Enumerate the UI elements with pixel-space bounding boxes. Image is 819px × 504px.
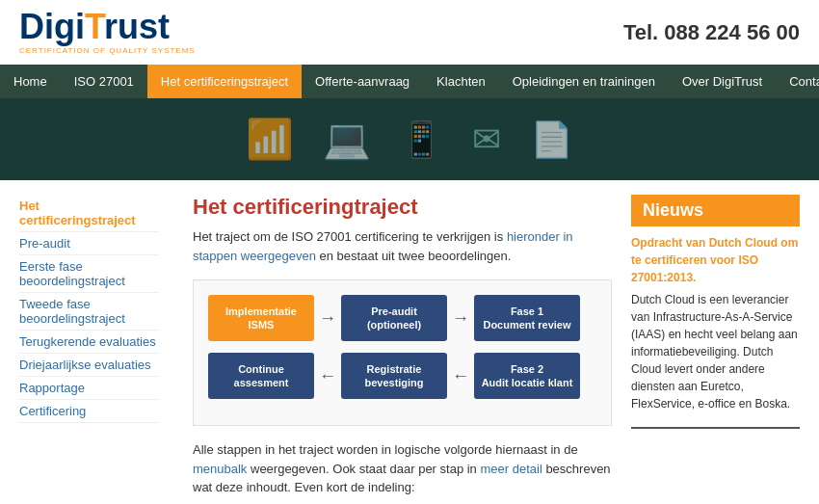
flow-box-fase2: Fase 2Audit locatie klant bbox=[474, 353, 580, 399]
file-icon: 📄 bbox=[530, 119, 573, 160]
logo-text: DigiTrust bbox=[19, 10, 196, 44]
logo-digi: Digi bbox=[19, 7, 85, 46]
main-nav: Home ISO 27001 Het certificeringstraject… bbox=[0, 65, 819, 98]
sidebar-item-driejaarlijkse[interactable]: Driejaarlijkse evaluaties bbox=[19, 354, 159, 377]
flow-box-pre-audit: Pre-audit(optioneel) bbox=[341, 295, 447, 341]
sidebar-item-tweede-fase[interactable]: Tweede fase beoordelingstraject bbox=[19, 293, 159, 331]
laptop-icon: 💻 bbox=[323, 117, 371, 162]
nav-over[interactable]: Over DigiTrust bbox=[669, 65, 776, 98]
wifi-icon: 📶 bbox=[246, 117, 294, 162]
nieuws-divider bbox=[631, 427, 800, 429]
nav-certificeringstraject[interactable]: Het certificeringstraject bbox=[147, 65, 302, 98]
main-layout: Het certificeringstraject Pre-audit Eers… bbox=[0, 180, 819, 504]
content-body: Alle stappen in het traject worden in lo… bbox=[193, 440, 612, 497]
arrow-3: ← bbox=[319, 366, 336, 386]
flow-row-1: ImplementatieISMS → Pre-audit(optioneel)… bbox=[208, 295, 596, 341]
nieuws-body: Dutch Cloud is een leverancier van Infra… bbox=[631, 291, 800, 412]
nieuws-title: Opdracht van Dutch Cloud om te certifice… bbox=[631, 234, 800, 286]
sidebar-item-certificeringstraject[interactable]: Het certificeringstraject bbox=[19, 195, 159, 232]
flow-diagram: ImplementatieISMS → Pre-audit(optioneel)… bbox=[193, 279, 612, 426]
nav-contact[interactable]: Contact bbox=[776, 65, 819, 98]
nav-klachten[interactable]: Klachten bbox=[423, 65, 499, 98]
right-sidebar: Nieuws Opdracht van Dutch Cloud om te ce… bbox=[631, 195, 800, 504]
logo: DigiTrust CERTIFICATION OF QUALITY SYSTE… bbox=[19, 10, 196, 55]
flow-row-2: Continueassesment ← Registratiebevestigi… bbox=[208, 353, 596, 399]
arrow-1: → bbox=[319, 308, 336, 329]
tablet-icon: 📱 bbox=[400, 119, 443, 160]
flow-box-registratie: Registratiebevestiging bbox=[341, 353, 447, 399]
nav-iso27001[interactable]: ISO 27001 bbox=[61, 65, 147, 98]
nav-offerte[interactable]: Offerte-aanvraag bbox=[302, 65, 423, 98]
flow-box-implementatie: ImplementatieISMS bbox=[208, 295, 314, 341]
nieuws-content: Opdracht van Dutch Cloud om te certifice… bbox=[631, 234, 800, 412]
nieuws-header: Nieuws bbox=[631, 195, 800, 226]
sidebar-item-pre-audit[interactable]: Pre-audit bbox=[19, 232, 159, 255]
content-title: Het certificeringtraject bbox=[193, 195, 612, 220]
sidebar-item-certificering[interactable]: Certificering bbox=[19, 400, 159, 423]
logo-trust: rust bbox=[104, 7, 170, 46]
flow-box-fase1: Fase 1Document review bbox=[474, 295, 580, 341]
hero-banner: 📶 💻 📱 ✉ 📄 bbox=[0, 98, 819, 180]
content-intro: Het traject om de ISO 27001 certificerin… bbox=[193, 227, 612, 265]
left-sidebar: Het certificeringstraject Pre-audit Eers… bbox=[19, 195, 173, 504]
arrow-4: ← bbox=[452, 366, 469, 386]
nav-opleidingen[interactable]: Opleidingen en trainingen bbox=[499, 65, 669, 98]
hero-icons: 📶 💻 📱 ✉ 📄 bbox=[246, 117, 573, 162]
email-icon: ✉ bbox=[472, 119, 501, 160]
main-content: Het certificeringtraject Het traject om … bbox=[173, 195, 631, 504]
logo-subtitle: CERTIFICATION OF QUALITY SYSTEMS bbox=[19, 46, 196, 55]
sidebar-item-eerste-fase[interactable]: Eerste fase beoordelingstraject bbox=[19, 255, 159, 293]
sidebar-item-rapportage[interactable]: Rapportage bbox=[19, 377, 159, 400]
sidebar-item-terugkerende[interactable]: Terugkerende evaluaties bbox=[19, 331, 159, 354]
logo-i: T bbox=[85, 7, 104, 46]
header: DigiTrust CERTIFICATION OF QUALITY SYSTE… bbox=[0, 0, 819, 65]
flow-box-continue: Continueassesment bbox=[208, 353, 314, 399]
phone-number: Tel. 088 224 56 00 bbox=[623, 20, 800, 45]
arrow-2: → bbox=[452, 308, 469, 329]
nav-home[interactable]: Home bbox=[0, 65, 61, 98]
